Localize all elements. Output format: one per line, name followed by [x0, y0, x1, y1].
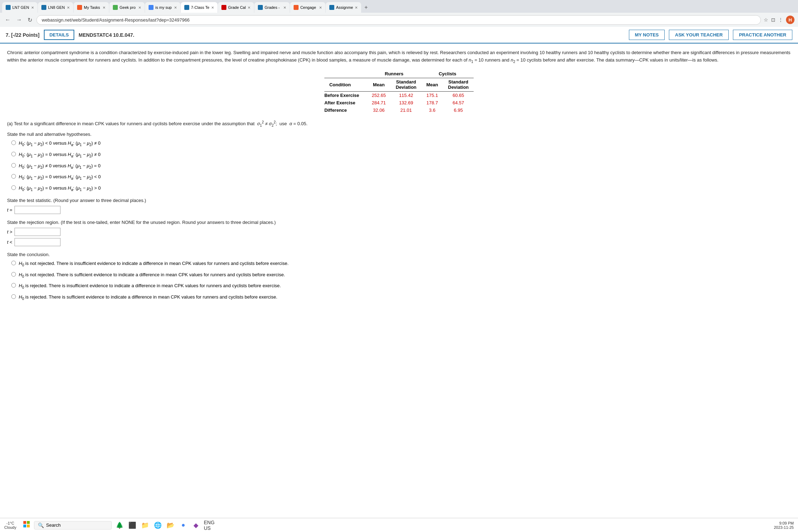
condition-diff: Difference: [324, 106, 367, 114]
tab-ln7[interactable]: LN7 GEN ✕: [2, 2, 37, 13]
ask-teacher-button[interactable]: ASK YOUR TEACHER: [669, 30, 729, 40]
condition-before: Before Exercise: [324, 92, 367, 99]
t-greater-input[interactable]: [15, 228, 60, 236]
diff-r-sd: 21.01: [391, 106, 422, 114]
tab-mytasks[interactable]: My Tasks ✕: [74, 2, 109, 13]
conclusion-option-2[interactable]: H0 is not rejected. There is sufficient …: [11, 271, 791, 279]
conclusion-radio-4[interactable]: [11, 294, 16, 299]
tab-geek[interactable]: Geek pro ✕: [109, 2, 145, 13]
hypothesis-option-3[interactable]: H0: (μ1 − μ2) ≠ 0 versus Ha: (μ1 − μ2) =…: [11, 162, 791, 170]
nav-icons: ☆ ⊡ ⋮: [764, 17, 783, 23]
tab-favicon: [77, 5, 82, 10]
tab-grades[interactable]: Grades - ✕: [254, 2, 290, 13]
tab-close[interactable]: ✕: [174, 6, 177, 10]
reload-button[interactable]: ↻: [26, 15, 34, 25]
tab-close[interactable]: ✕: [283, 6, 286, 10]
practice-another-button[interactable]: PRACTICE ANOTHER: [733, 30, 792, 40]
back-button[interactable]: ←: [4, 15, 12, 24]
conclusion-option-1[interactable]: H0 is not rejected. There is insufficien…: [11, 260, 791, 268]
hypothesis-option-1[interactable]: H0: (μ1 − μ2) < 0 versus Ha: (μ1 − μ2) ≠…: [11, 140, 791, 148]
browser-chrome: LN7 GEN ✕ LN8 GEN ✕ My Tasks ✕ Geek pro …: [0, 0, 798, 27]
hypothesis-option-2[interactable]: H0: (μ1 − μ2) = 0 versus Ha: (μ1 − μ2) ≠…: [11, 151, 791, 159]
hypothesis-radio-2[interactable]: [11, 152, 16, 156]
address-bar[interactable]: [36, 15, 761, 25]
rejection-region-input-group: t > t <: [7, 228, 791, 246]
before-c-mean: 175.1: [421, 92, 443, 99]
my-notes-button[interactable]: MY NOTES: [629, 30, 665, 40]
t-less-row: t <: [7, 238, 791, 246]
tab-close[interactable]: ✕: [103, 6, 105, 10]
table-row: After Exercise 284.71 132.69 178.7 64.57: [324, 99, 474, 106]
conclusion-option-3[interactable]: H0 is rejected. There is insufficient ev…: [11, 282, 791, 290]
question-number: 7. [-/22 Points]: [6, 32, 40, 38]
t-greater-row: t >: [7, 228, 791, 236]
conclusion-radio-3[interactable]: [11, 283, 16, 288]
conclusion-radio-2[interactable]: [11, 272, 16, 277]
conclusion-text-3: H0 is rejected. There is insufficient ev…: [19, 282, 281, 290]
details-button[interactable]: DETAILS: [44, 30, 75, 40]
bookmark-icon[interactable]: ☆: [764, 17, 768, 23]
conclusion-option-4[interactable]: H0 is rejected. There is sufficient evid…: [11, 294, 791, 301]
after-c-mean: 178.7: [421, 99, 443, 106]
diff-c-sd: 6.95: [443, 106, 474, 114]
hypothesis-radio-4[interactable]: [11, 174, 16, 179]
forward-button[interactable]: →: [15, 15, 23, 24]
tab-favicon: [6, 5, 11, 10]
tab-close[interactable]: ✕: [319, 6, 322, 10]
tab-favicon: [184, 5, 189, 10]
t-value-input[interactable]: [15, 206, 60, 214]
tab-cengage[interactable]: Cengage ✕: [290, 2, 325, 13]
conclusion-text-4: H0 is rejected. There is sufficient evid…: [19, 294, 277, 301]
table-row: Difference 32.06 21.01 3.6 6.95: [324, 106, 474, 114]
hypothesis-text-2: H0: (μ1 − μ2) = 0 versus Ha: (μ1 − μ2) ≠…: [19, 151, 100, 159]
tab-title: 7-Class Te: [191, 5, 209, 10]
tab-favicon: [258, 5, 263, 10]
new-tab-button[interactable]: +: [362, 2, 370, 12]
condition-after: After Exercise: [324, 99, 367, 106]
tab-close[interactable]: ✕: [67, 6, 70, 10]
tab-close[interactable]: ✕: [31, 6, 34, 10]
table-row: Before Exercise 252.65 115.42 175.1 60.6…: [324, 92, 474, 99]
problem-paragraph: Chronic anterior compartment syndrome is…: [7, 49, 791, 64]
menu-icon[interactable]: ⋮: [778, 17, 783, 23]
tab-title: LN7 GEN: [12, 5, 29, 10]
question-header: 7. [-/22 Points] DETAILS MENDSTATC4 10.E…: [0, 27, 798, 44]
diff-r-mean: 32.06: [367, 106, 391, 114]
question-code: MENDSTATC4 10.E.047.: [79, 32, 134, 38]
hypothesis-radio-3[interactable]: [11, 163, 16, 168]
tab-gradecal[interactable]: Grade Cal ✕: [218, 2, 254, 13]
tab-issup[interactable]: is my sup ✕: [145, 2, 180, 13]
hypothesis-option-4[interactable]: H0: (μ1 − μ2) = 0 versus Ha: (μ1 − μ2) <…: [11, 173, 791, 181]
tab-title: Grade Cal: [228, 5, 246, 10]
condition-col-header: Condition: [324, 78, 367, 92]
hypothesis-option-5[interactable]: H0: (μ1 − μ2) = 0 versus Ha: (μ1 − μ2) >…: [11, 185, 791, 192]
diff-c-mean: 3.6: [421, 106, 443, 114]
tab-favicon: [41, 5, 46, 10]
hypothesis-radio-5[interactable]: [11, 185, 16, 190]
tab-7class[interactable]: 7-Class Te ✕: [181, 2, 218, 13]
tab-title: Geek pro: [120, 5, 135, 10]
tab-favicon: [294, 5, 299, 10]
t-less-input[interactable]: [15, 238, 60, 246]
runners-mean-header: Mean: [367, 78, 391, 92]
data-table: Runners Cyclists Condition Mean Standard…: [324, 70, 474, 114]
tab-title: LN8 GEN: [48, 5, 65, 10]
tab-title: Cengage: [300, 5, 316, 10]
tab-ln8[interactable]: LN8 GEN ✕: [38, 2, 73, 13]
tab-close[interactable]: ✕: [211, 6, 214, 10]
tab-close[interactable]: ✕: [138, 6, 141, 10]
tab-assignme[interactable]: Assignme ✕: [326, 2, 361, 13]
conclusion-radio-1[interactable]: [11, 261, 16, 265]
before-c-sd: 60.65: [443, 92, 474, 99]
profile-icon[interactable]: H: [786, 16, 794, 24]
hypothesis-radio-1[interactable]: [11, 140, 16, 145]
runners-sd-header: StandardDeviation: [391, 78, 422, 92]
part-a-label: (a) Test for a significant difference in…: [7, 120, 791, 128]
cyclists-sd-header: StandardDeviation: [443, 78, 474, 92]
tab-title: My Tasks: [84, 5, 100, 10]
question-content[interactable]: Chronic anterior compartment syndrome is…: [0, 44, 798, 518]
tab-close[interactable]: ✕: [355, 6, 358, 10]
split-screen-icon[interactable]: ⊡: [771, 17, 775, 23]
tab-close[interactable]: ✕: [248, 6, 250, 10]
tab-title: is my sup: [155, 5, 172, 10]
